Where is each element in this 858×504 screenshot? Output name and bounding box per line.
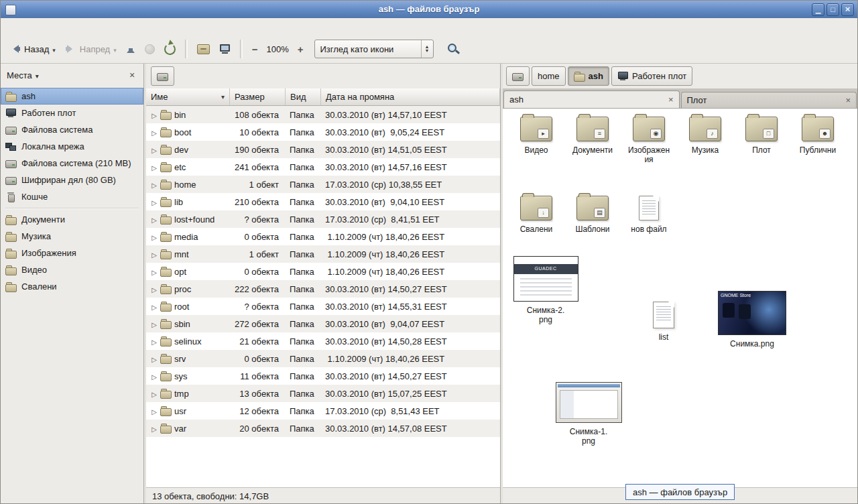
expander-icon[interactable] [151, 406, 158, 416]
table-row[interactable]: proc 222 обекта Папка 30.03.2010 (вт) 14… [146, 280, 500, 298]
table-row[interactable]: home 1 обект Папка 17.03.2010 (ср) 10,38… [146, 176, 500, 193]
expander-icon[interactable] [151, 214, 158, 225]
icon-item[interactable]: Документи [564, 117, 621, 164]
expander-icon[interactable] [151, 110, 158, 120]
column-header[interactable]: Дата на промяна [321, 88, 500, 105]
file-item[interactable]: list [641, 302, 686, 342]
table-row[interactable]: usr 12 обекта Папка 17.03.2010 (ср) 8,51… [146, 402, 500, 420]
expander-icon[interactable] [151, 302, 158, 312]
sidebar-item[interactable]: Видео [1, 261, 143, 278]
sidebar-item[interactable]: Шифриран дял (80 GB) [1, 172, 143, 188]
table-row[interactable]: var 20 обекта Папка 30.03.2010 (вт) 14,5… [146, 420, 500, 437]
sidebar-item[interactable]: Файлова система (210 MB) [1, 155, 143, 172]
sidebar-close-icon[interactable] [127, 70, 137, 80]
icon-item[interactable]: Плот [733, 117, 790, 164]
icon-item[interactable]: Видео [508, 117, 564, 164]
up-button[interactable] [122, 42, 139, 56]
forward-button[interactable]: Напред [61, 42, 121, 57]
window-button[interactable] [826, 3, 839, 16]
table-row[interactable]: dev 190 обекта Папка 30.03.2010 (вт) 14,… [146, 141, 500, 158]
window-button[interactable] [812, 3, 824, 16]
expander-icon[interactable] [151, 249, 158, 259]
pathbar-button[interactable]: Работен плот [611, 66, 692, 86]
table-row[interactable]: sbin 272 обекта Папка 30.03.2010 (вт) 9,… [146, 315, 500, 332]
sidebar-item[interactable]: ash [1, 88, 143, 105]
table-row[interactable]: selinux 21 обекта Папка 30.03.2010 (вт) … [146, 332, 500, 350]
icon-item[interactable]: Изображения [621, 117, 677, 164]
tab[interactable]: ash [503, 90, 680, 108]
expander-icon[interactable] [151, 389, 158, 399]
sidebar-item[interactable]: Кошче [1, 188, 143, 205]
icon-item[interactable]: Публични [790, 117, 846, 164]
menubar-item[interactable] [15, 25, 27, 29]
expander-icon[interactable] [151, 197, 158, 207]
file-item[interactable]: GNOME Store Снимка.png [715, 291, 790, 349]
expander-icon[interactable] [151, 336, 158, 346]
expander-icon[interactable] [151, 180, 158, 190]
chevron-down-icon[interactable] [36, 70, 39, 80]
table-row[interactable]: opt 0 обекта Папка 1.10.2009 (чт) 18,40,… [146, 263, 500, 280]
expander-icon[interactable] [151, 232, 158, 242]
menubar-item[interactable] [63, 25, 75, 29]
sidebar-item[interactable]: Документи [1, 211, 143, 228]
close-icon[interactable] [668, 94, 674, 105]
view-mode-select[interactable]: Изглед като икони [314, 40, 434, 58]
search-button[interactable] [443, 40, 463, 58]
expander-icon[interactable] [151, 284, 158, 294]
sidebar-item[interactable]: Работен плот [1, 105, 143, 121]
menubar-item[interactable] [3, 25, 15, 29]
table-row[interactable]: boot 10 обекта Папка 30.03.2010 (вт) 9,0… [146, 123, 500, 141]
column-header[interactable]: Име [146, 88, 230, 105]
close-icon[interactable] [845, 95, 851, 105]
expander-icon[interactable] [151, 127, 158, 137]
table-row[interactable]: mnt 1 обект Папка 1.10.2009 (чт) 18,40,2… [146, 245, 500, 263]
table-row[interactable]: sys 11 обекта Папка 30.03.2010 (вт) 14,5… [146, 367, 500, 385]
sidebar-item[interactable]: Музика [1, 228, 143, 245]
table-row[interactable]: lost+found ? обекта Папка 17.03.2010 (ср… [146, 210, 500, 228]
table-row[interactable]: srv 0 обекта Папка 1.10.2009 (чт) 18,40,… [146, 350, 500, 367]
icon-item[interactable]: Шаблони [564, 196, 621, 234]
expander-icon[interactable] [151, 162, 158, 172]
file-item[interactable]: GUADEC Снимка-2.png [511, 256, 580, 324]
chevron-down-icon[interactable] [52, 44, 56, 54]
icon-item[interactable]: нов файл [621, 196, 677, 234]
tab[interactable]: Плот [681, 92, 857, 108]
column-header[interactable]: Вид [286, 88, 321, 105]
expander-icon[interactable] [151, 354, 158, 364]
menubar-item[interactable] [39, 25, 51, 29]
pathbar-button[interactable] [506, 66, 530, 86]
table-row[interactable]: bin 108 обекта Папка 30.03.2010 (вт) 14,… [146, 106, 500, 123]
zoom-in-button[interactable]: + [294, 42, 308, 56]
reload-button[interactable] [160, 41, 180, 58]
file-item[interactable]: Снимка-1.png [552, 382, 625, 446]
back-button[interactable]: Назад [5, 42, 60, 57]
sidebar-item[interactable]: Изображения [1, 245, 143, 261]
table-row[interactable]: media 0 обекта Папка 1.10.2009 (чт) 18,4… [146, 228, 500, 245]
menubar-item[interactable] [51, 25, 63, 29]
icon-item[interactable]: Музика [677, 117, 733, 164]
file-type: Папка [286, 302, 321, 312]
sidebar-item[interactable]: Свалени [1, 278, 143, 295]
expander-icon[interactable] [151, 319, 158, 329]
table-row[interactable]: lib 210 обекта Папка 30.03.2010 (вт) 9,0… [146, 193, 500, 210]
column-header[interactable]: Размер [230, 88, 286, 105]
expander-icon[interactable] [151, 145, 158, 155]
table-row[interactable]: root ? обекта Папка 30.03.2010 (вт) 14,5… [146, 298, 500, 315]
window-button[interactable] [841, 3, 854, 16]
expander-icon[interactable] [151, 371, 158, 381]
table-row[interactable]: etc 241 обекта Папка 30.03.2010 (вт) 14,… [146, 158, 500, 176]
pathbar-button[interactable]: ash [568, 66, 609, 86]
stop-button[interactable] [141, 42, 159, 57]
menubar-item[interactable] [27, 25, 39, 29]
table-row[interactable]: tmp 13 обекта Папка 30.03.2010 (вт) 15,0… [146, 385, 500, 402]
icon-item[interactable]: Свалени [508, 196, 564, 234]
pathbar-button[interactable]: home [532, 66, 566, 86]
home-folder-button[interactable] [193, 42, 214, 57]
zoom-out-button[interactable]: − [248, 42, 262, 56]
sidebar-item[interactable]: Файлова система [1, 121, 143, 138]
computer-button[interactable] [215, 42, 235, 56]
sidebar-item[interactable]: Локална мрежа [1, 138, 143, 155]
root-crumb-button[interactable] [151, 66, 174, 86]
expander-icon[interactable] [151, 424, 158, 434]
expander-icon[interactable] [151, 267, 158, 277]
